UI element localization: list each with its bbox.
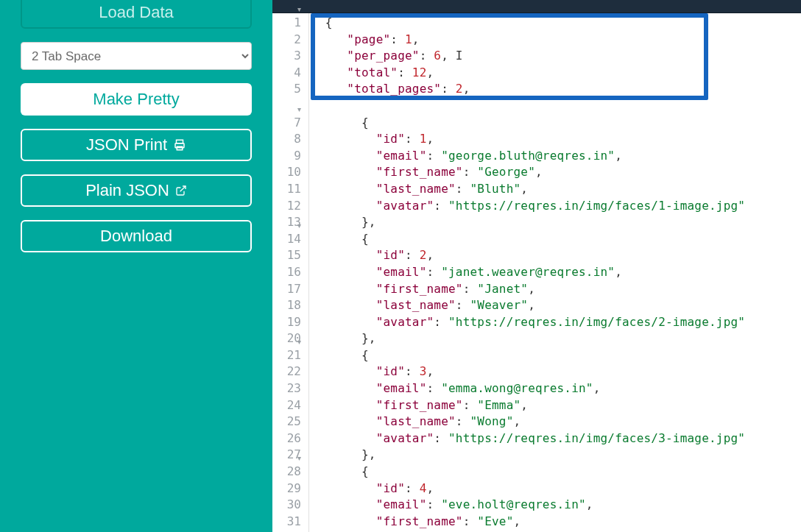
make-pretty-label: Make Pretty bbox=[93, 90, 179, 109]
fold-toggle-icon[interactable]: ▾ bbox=[297, 450, 301, 467]
external-link-icon bbox=[175, 185, 187, 196]
download-button[interactable]: Download bbox=[21, 220, 252, 252]
sidebar: Load Data 2 Tab Space Make Pretty JSON P… bbox=[0, 0, 272, 532]
load-data-button[interactable]: Load Data bbox=[21, 0, 252, 29]
plain-json-label: Plain JSON bbox=[85, 181, 169, 200]
code-content[interactable]: { "page": 1, "per_page": 6, I "total": 1… bbox=[309, 13, 801, 532]
fold-toggle-icon[interactable]: ▾ bbox=[297, 1, 301, 18]
indent-select[interactable]: 2 Tab Space bbox=[21, 42, 252, 70]
json-print-label: JSON Print bbox=[86, 135, 167, 155]
indent-select-wrap: 2 Tab Space bbox=[21, 42, 252, 70]
plain-json-button[interactable]: Plain JSON bbox=[21, 174, 252, 207]
code-editor[interactable]: 12345 7891011121314151617181920212223242… bbox=[272, 0, 801, 532]
make-pretty-button[interactable]: Make Pretty bbox=[21, 83, 252, 116]
load-data-label: Load Data bbox=[99, 3, 174, 22]
print-icon bbox=[173, 138, 186, 152]
fold-toggle-icon[interactable]: ▾ bbox=[297, 102, 301, 118]
fold-toggle-icon[interactable]: ▾ bbox=[297, 218, 301, 235]
line-number-gutter: 12345 7891011121314151617181920212223242… bbox=[272, 13, 309, 532]
download-label: Download bbox=[100, 227, 172, 246]
svg-line-3 bbox=[180, 186, 186, 191]
json-print-button[interactable]: JSON Print bbox=[21, 129, 252, 161]
fold-toggle-icon[interactable]: ▾ bbox=[297, 334, 301, 351]
editor-tabstrip bbox=[272, 0, 801, 13]
